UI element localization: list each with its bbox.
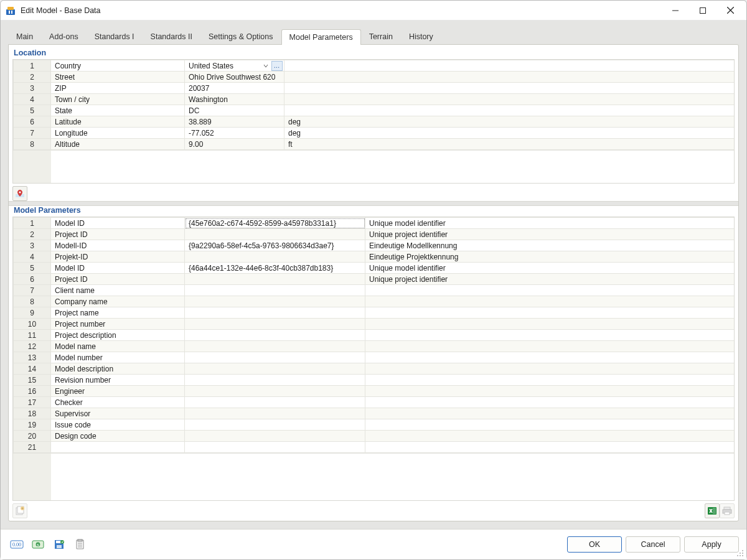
parameter-value[interactable]: {45e760a2-c674-4592-8599-a45978b331a1} — [185, 218, 365, 229]
country-dropdown[interactable]: United States — [189, 61, 270, 71]
parameter-row[interactable]: 20Design code — [14, 431, 735, 442]
row-label: Town / city — [51, 94, 185, 105]
location-row[interactable]: 1CountryUnited States… — [14, 60, 735, 72]
export-excel-button[interactable] — [705, 503, 720, 518]
parameter-row[interactable]: 21 — [14, 442, 735, 453]
parameter-row[interactable]: 8Company name — [14, 296, 735, 307]
location-row[interactable]: 2StreetOhio Drive Southwest 620 — [14, 72, 735, 83]
row-number: 17 — [14, 397, 51, 408]
row-value[interactable]: Washington — [185, 94, 284, 105]
parameter-row[interactable]: 1Model ID{45e760a2-c674-4592-8599-a45978… — [14, 218, 735, 229]
parameter-value[interactable] — [185, 319, 365, 330]
parameter-value[interactable]: {46a44ce1-132e-44e6-8c3f-40cb387db183} — [185, 263, 365, 274]
parameter-value[interactable] — [185, 442, 365, 453]
location-row[interactable]: 7Longitude-77.052deg — [14, 128, 735, 139]
parameter-value[interactable] — [185, 408, 365, 419]
location-row[interactable]: 4Town / cityWashington — [14, 94, 735, 105]
parameter-row[interactable]: 2Project IDUnique project identifier — [14, 229, 735, 240]
map-pin-button[interactable] — [12, 186, 27, 201]
parameter-row[interactable]: 5Model ID{46a44ce1-132e-44e6-8c3f-40cb38… — [14, 263, 735, 274]
location-row[interactable]: 3ZIP20037 — [14, 83, 735, 94]
parameter-name: Company name — [51, 296, 185, 307]
save-button[interactable] — [50, 536, 68, 553]
parameter-row[interactable]: 19Issue code — [14, 419, 735, 431]
parameter-row[interactable]: 7Client name — [14, 285, 735, 296]
tab-add-ons[interactable]: Add-ons — [41, 29, 87, 44]
parameter-description: Unique project identifier — [365, 274, 735, 285]
horizontal-splitter[interactable] — [9, 201, 738, 206]
parameter-name: Model ID — [51, 263, 185, 274]
parameter-value[interactable] — [185, 375, 365, 386]
parameter-row[interactable]: 18Supervisor — [14, 408, 735, 419]
parameter-row[interactable]: 17Checker — [14, 397, 735, 408]
print-button[interactable] — [720, 503, 735, 518]
parameter-row[interactable]: 12Model name — [14, 341, 735, 352]
row-value[interactable]: 20037 — [185, 83, 284, 94]
row-value[interactable]: 38.889 — [185, 116, 284, 128]
cancel-button[interactable]: Cancel — [626, 536, 680, 553]
location-grid[interactable]: 1CountryUnited States…2StreetOhio Drive … — [13, 60, 734, 150]
parameter-value[interactable] — [185, 296, 365, 307]
parameter-row[interactable]: 14Model description — [14, 363, 735, 375]
tab-standards-i[interactable]: Standards I — [87, 29, 143, 44]
parameter-row[interactable]: 10Project number — [14, 319, 735, 330]
location-row[interactable]: 6Latitude38.889deg — [14, 116, 735, 128]
row-value[interactable]: -77.052 — [185, 128, 284, 139]
new-parameter-button[interactable] — [12, 503, 27, 518]
row-number: 2 — [14, 229, 51, 240]
parameter-value[interactable] — [185, 229, 365, 240]
location-row[interactable]: 5StateDC — [14, 105, 735, 116]
parameter-row[interactable]: 11Project description — [14, 330, 735, 341]
tab-terrain[interactable]: Terrain — [361, 29, 401, 44]
parameter-value[interactable] — [185, 397, 365, 408]
parameter-row[interactable]: 3Modell-ID{9a2290a6-58ef-4c5a-9763-98066… — [14, 240, 735, 251]
tab-history[interactable]: History — [401, 29, 441, 44]
location-row[interactable]: 8Altitude9.00ft — [14, 139, 735, 150]
tab-standards-ii[interactable]: Standards II — [143, 29, 200, 44]
parameter-value[interactable] — [185, 341, 365, 352]
row-number: 19 — [14, 419, 51, 431]
tab-settings-options[interactable]: Settings & Options — [200, 29, 281, 44]
minimize-button[interactable] — [662, 1, 689, 20]
parameter-row[interactable]: 6Project IDUnique project identifier — [14, 274, 735, 285]
parameter-value[interactable] — [185, 419, 365, 431]
close-button[interactable] — [716, 1, 744, 20]
parameter-row[interactable]: 15Revision number — [14, 375, 735, 386]
parameter-row[interactable]: 13Model number — [14, 352, 735, 363]
parameter-value[interactable] — [185, 307, 365, 319]
parameter-value[interactable] — [185, 274, 365, 285]
maximize-button[interactable] — [689, 1, 716, 20]
row-value[interactable]: DC — [185, 105, 284, 116]
ok-button[interactable]: OK — [567, 536, 622, 553]
tab-main[interactable]: Main — [8, 29, 41, 44]
svg-rect-14 — [725, 512, 730, 515]
row-value[interactable]: United States… — [185, 60, 284, 72]
parameter-value[interactable]: {9a2290a6-58ef-4c5a-9763-9806634d3ae7} — [185, 240, 365, 251]
row-value[interactable]: Ohio Drive Southwest 620 — [185, 72, 284, 83]
country-more-button[interactable]: … — [271, 61, 283, 71]
tab-model-parameters[interactable]: Model Parameters — [281, 29, 361, 45]
model-parameters-grid[interactable]: 1Model ID{45e760a2-c674-4592-8599-a45978… — [13, 217, 734, 453]
parameter-value[interactable] — [185, 330, 365, 341]
row-number: 1 — [14, 218, 51, 229]
clipboard-list-button[interactable] — [72, 536, 89, 553]
parameter-row[interactable]: 16Engineer — [14, 386, 735, 397]
svg-point-6 — [19, 191, 21, 193]
parameter-value[interactable] — [185, 251, 365, 263]
row-label: State — [51, 105, 185, 116]
row-unit — [284, 72, 735, 83]
parameter-row[interactable]: 9Project name — [14, 307, 735, 319]
parameter-value[interactable] — [185, 431, 365, 442]
parameter-value[interactable] — [185, 363, 365, 375]
units-button[interactable]: 0.00 — [8, 536, 26, 553]
parameter-value[interactable] — [185, 352, 365, 363]
parameter-value[interactable] — [185, 386, 365, 397]
parameter-description — [365, 352, 735, 363]
currency-button[interactable]: $ — [29, 536, 47, 553]
parameter-value[interactable] — [185, 285, 365, 296]
apply-button[interactable]: Apply — [684, 536, 739, 553]
parameter-row[interactable]: 4Projekt-IDEindeutige Projektkennung — [14, 251, 735, 263]
row-value[interactable]: 9.00 — [185, 139, 284, 150]
resize-grip[interactable] — [736, 549, 744, 557]
grid-filler — [13, 150, 734, 183]
